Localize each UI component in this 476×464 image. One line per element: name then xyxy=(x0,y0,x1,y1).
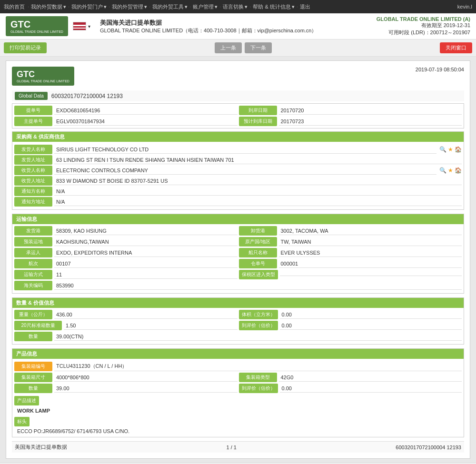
container-size-label: 集装箱尺寸 xyxy=(14,373,52,382)
shipper-name-label: 发货人名称 xyxy=(14,145,52,154)
notify-name-row: 通知方名称 N/A xyxy=(14,187,462,196)
transport-label: 运输方式 xyxy=(14,270,52,279)
nav-logout[interactable]: 退出 xyxy=(300,3,310,10)
print-button[interactable]: 打印贸易记录 xyxy=(4,42,47,53)
shipper-addr-row: 发货人地址 63 LINDING ST REN I TSUN RENDE SHI… xyxy=(14,155,462,165)
nav-language[interactable]: 语言切换 xyxy=(223,3,244,10)
close-button[interactable]: 关闭窗口 xyxy=(440,42,472,53)
prev-button[interactable]: 上一条 xyxy=(215,42,242,53)
nav-account[interactable]: 账户管理 xyxy=(193,3,214,10)
container-size-value: 4000*806*800 xyxy=(54,374,238,382)
consignee-addr-label: 收货人地址 xyxy=(14,176,52,186)
pagination-source: 美国海关进口提单数据 xyxy=(15,444,67,451)
product-qty-value: 39.00 xyxy=(54,385,238,393)
container-no-label: 集装箱编号 xyxy=(14,362,52,371)
consignee-home-icon[interactable]: 🏠 xyxy=(455,167,462,174)
main-bill-value: EGLV003701847934 xyxy=(54,118,238,126)
customs-label: 海关编码 xyxy=(14,281,52,290)
logo-subtext: GLOBAL TRADE ONLINE LIMITED xyxy=(10,30,63,33)
est-arrival-value: 20170723 xyxy=(279,118,462,126)
notify-name-value: N/A xyxy=(54,188,462,196)
voyage-value: 00107 xyxy=(54,260,238,268)
shipping-section-body: 发货港 58309, KAO HSIUNG 卸货港 3002, TACOMA, … xyxy=(12,224,464,293)
product-row1: 集装箱尺寸 4000*806*800 集装箱类型 42G0 xyxy=(14,373,462,382)
product-section: 产品信息 集装箱编号 TCLU4311230（CN / L / HH） 集装箱尺… xyxy=(12,348,464,437)
customs-value: 853990 xyxy=(54,282,462,290)
shipping-row5: 运输方式 11 保税区进入类型 xyxy=(14,270,462,279)
main-content: GTC GLOBAL TRADE ONLINE LIMITED 2019-07-… xyxy=(0,57,476,463)
consignee-search-icon[interactable]: 🔍 xyxy=(439,167,446,174)
main-bill-fields: 主提单号 EGLV003701847934 预计到库日期 20170723 xyxy=(14,117,462,126)
bill-fields: 提单号 EXDO6810654196 到岸日期 20170720 xyxy=(14,106,462,115)
top-toolbar: 打印贸易记录 上一条 下一条 关闭窗口 xyxy=(0,39,476,57)
nav-sep-7: · xyxy=(249,4,251,10)
container-size-field: 集装箱尺寸 4000*806*800 xyxy=(14,373,238,382)
manifest-label: 仓单号 xyxy=(239,259,277,268)
nav-sep-1: · xyxy=(28,4,29,10)
supplier-section: 采购商 & 供应商信息 发货人名称 SIRIUS LIGHT TECHNOLOG… xyxy=(12,131,464,210)
dest-port-value: 3002, TACOMA, WA xyxy=(279,227,462,235)
qty-value: 39.00(CTN) xyxy=(54,333,462,341)
flag-arrow[interactable]: ▾ xyxy=(88,24,90,29)
container-type-value: 42G0 xyxy=(279,374,462,382)
consignee-star-icon[interactable]: ★ xyxy=(448,167,453,174)
nav-export-portal[interactable]: 我的外贸门户 xyxy=(71,3,103,10)
shipping-row3: 承运人 EXDO, EXPEDITORS INTERNA 船只名称 EVER U… xyxy=(14,248,462,257)
notify-name-label: 通知方名称 xyxy=(14,187,52,196)
nav-export-tools[interactable]: 我的外贸工具 xyxy=(152,3,184,10)
consignee-addr-value: 833 W DIAMOND ST BOISE ID 83707-5291 US xyxy=(54,177,462,185)
arrival-date-value: 20170720 xyxy=(279,107,462,115)
shipping-section: 运输信息 发货港 58309, KAO HSIUNG 卸货港 3002, TAC… xyxy=(12,214,464,294)
nav-sep-4: · xyxy=(149,4,150,10)
voyage-label: 航次 xyxy=(14,259,52,268)
nav-trade-data[interactable]: 我的外贸数据 xyxy=(31,3,62,10)
shipper-home-icon[interactable]: 🏠 xyxy=(455,146,462,153)
logo-text: GTC xyxy=(10,19,63,30)
manifest-field: 仓单号 000001 xyxy=(239,259,462,268)
consignee-name-label: 收货人名称 xyxy=(14,166,52,175)
next-button[interactable]: 下一条 xyxy=(245,42,272,53)
shipping-row1: 发货港 58309, KAO HSIUNG 卸货港 3002, TACOMA, … xyxy=(14,226,462,236)
container20-value: 1.50 xyxy=(64,322,238,330)
product-desc-section: 产品描述 WORK LAMP xyxy=(14,395,462,415)
marks-section: 标头 ECCO PO:JR6689/6752/ 6714/6793 USA C/… xyxy=(14,416,462,435)
shipping-row4: 航次 00107 仓单号 000001 xyxy=(14,259,462,268)
doc-logo-box: GTC GLOBAL TRADE ONLINE LIMITED xyxy=(12,67,74,86)
nav-sep-5: · xyxy=(189,4,191,10)
doc-header: GTC GLOBAL TRADE ONLINE LIMITED 2019-07-… xyxy=(12,67,464,86)
consignee-name-row: 收货人名称 ELECTRONIC CONTROLS COMPANY 🔍 ★ 🏠 xyxy=(14,166,462,175)
origin-port-label: 发货港 xyxy=(14,226,52,236)
global-data-label: Global Data xyxy=(15,92,48,100)
nav-home[interactable]: 我的首页 xyxy=(4,3,25,10)
est-arrival-label: 预计到库日期 xyxy=(239,117,277,126)
nav-export-mgmt[interactable]: 我的外贸管理 xyxy=(112,3,143,10)
shipper-star-icon[interactable]: ★ xyxy=(448,146,453,153)
doc-logo-area: GTC GLOBAL TRADE ONLINE LIMITED xyxy=(12,67,78,86)
carrier-label: 承运人 xyxy=(14,248,52,257)
arrival-price-field: 到岸价（估价） 0.00 xyxy=(239,321,462,330)
weight-field: 重量（公斤） 436.00 xyxy=(14,310,238,319)
shipper-name-value: SIRIUS LIGHT TECHNOLOGY CO LTD xyxy=(54,146,436,154)
notify-addr-label: 通知方地址 xyxy=(14,197,52,207)
consignee-icons: 🔍 ★ 🏠 xyxy=(439,167,462,174)
product-price-label: 到岸价（估价） xyxy=(239,384,278,393)
marks-label: 标头 xyxy=(14,417,30,426)
pagination-page: 1 / 1 xyxy=(226,444,236,450)
page-title: 美国海关进口提单数据 xyxy=(100,19,317,27)
origin-port-field: 发货港 58309, KAO HSIUNG xyxy=(14,226,238,236)
pagination-record-id: 60032017072100004 12193 xyxy=(396,444,461,450)
dest-port-field: 卸货港 3002, TACOMA, WA xyxy=(239,226,462,236)
nav-help[interactable]: 帮助 & 统计信息 xyxy=(253,3,290,10)
shipper-search-icon[interactable]: 🔍 xyxy=(439,146,446,153)
nav-sep-2: · xyxy=(68,4,69,10)
carrier-field: 承运人 EXDO, EXPEDITORS INTERNA xyxy=(14,248,238,257)
logo-area: GTC GLOBAL TRADE ONLINE LIMITED xyxy=(6,16,68,36)
flag-area: ▾ xyxy=(73,22,90,30)
global-data-value: 60032017072100004 12193 xyxy=(51,93,123,99)
est-arrival-field: 预计到库日期 20170723 xyxy=(239,117,462,126)
product-price-value: 0.00 xyxy=(280,385,462,393)
quantity-section: 数量 & 价值信息 重量（公斤） 436.00 体积（立方米） 0.00 20尺… xyxy=(12,297,464,345)
bill-field: 提单号 EXDO6810654196 xyxy=(14,106,238,115)
weight-value: 436.00 xyxy=(54,311,238,319)
document-container: GTC GLOBAL TRADE ONLINE LIMITED 2019-07-… xyxy=(6,60,470,459)
